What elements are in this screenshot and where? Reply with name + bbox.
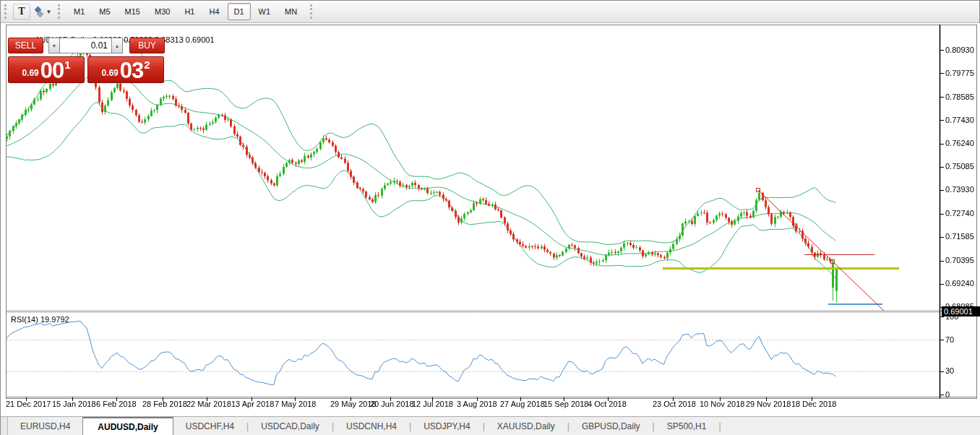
price-axis-label: 0.71585 [945, 232, 974, 241]
timeframe-button-h1[interactable]: H1 [178, 3, 201, 20]
buy-price-prefix: 0.69 [101, 68, 118, 78]
price-axis-label: 0.80930 [945, 46, 974, 54]
sell-price-prefix: 0.69 [22, 68, 38, 78]
time-axis-label: 3 Aug 2018 [457, 400, 497, 408]
sell-price-pip-digit: 1 [64, 59, 70, 71]
chart-tab-usdcnh[interactable]: USDCNH,H4 [334, 417, 409, 435]
toolbar-grip[interactable] [310, 4, 315, 19]
timeframe-button-w1[interactable]: W1 [252, 3, 278, 20]
buy-button[interactable]: BUY [129, 38, 165, 53]
tab-stub[interactable] [1, 417, 8, 435]
sell-button[interactable]: SELL [8, 38, 43, 53]
time-axis-label: 23 Oct 2018 [653, 400, 696, 408]
time-axis-label: 21 Dec 2017 [6, 400, 51, 408]
chart-tab-eurusd[interactable]: EURUSD,H4 [8, 417, 82, 435]
price-axis-label: 0.78585 [945, 92, 974, 101]
sell-price-box[interactable]: 0.69 00 1 [8, 56, 85, 83]
timeframe-button-h4[interactable]: H4 [202, 3, 225, 20]
price-axis-label: 0.72740 [945, 209, 974, 218]
price-axis-label: 0.76240 [945, 139, 974, 147]
chart-tab-sp500[interactable]: SP500,H1 [655, 417, 719, 435]
rsi-axis-label: 0 [945, 390, 950, 399]
chevron-down-icon: ▼ [46, 9, 52, 15]
chart-tab-gbpusd[interactable]: GBPUSD,Daily [569, 417, 653, 435]
timeframe-button-m30[interactable]: M30 [148, 3, 176, 20]
time-axis-label: 10 Nov 2018 [700, 400, 744, 408]
time-axis-label: 6 Feb 2018 [96, 400, 137, 408]
time-axis-label: 27 Aug 2018 [500, 400, 545, 408]
rsi-axis-label: 30 [945, 366, 954, 375]
chart-tab-usdjpy[interactable]: USDJPY,H4 [411, 417, 482, 435]
time-axis-label: 7 May 2018 [275, 400, 316, 408]
time-axis-label: 13 Apr 2018 [231, 400, 274, 408]
timeframe-button-d1[interactable]: D1 [228, 3, 251, 20]
current-price-tag: 0.69001 [942, 306, 980, 316]
timeframe-button-m5[interactable]: M5 [93, 3, 116, 20]
line-studies-button[interactable]: ▼ [30, 3, 56, 20]
top-toolbar: T ▼ M1M5M15M30H1H4D1W1MN [1, 1, 979, 23]
tab-separator: | [718, 421, 721, 431]
sell-price-big-digits: 00 [40, 61, 64, 81]
chart-area: ▲AUDUSD,Daily 0.69982 0.70098 0.68313 0.… [1, 23, 980, 416]
time-axis-label: 18 Dec 2018 [791, 400, 836, 408]
time-axis-label: 15 Sep 2018 [543, 400, 588, 408]
timeframe-button-m15[interactable]: M15 [119, 3, 147, 20]
timeframe-toolbar: M1M5M15M30H1H4D1W1MN [66, 3, 304, 20]
time-axis-label: 15 Jan 2018 [52, 400, 96, 408]
timeframe-button-mn[interactable]: MN [278, 3, 304, 20]
buy-price-pip-digit: 2 [144, 59, 150, 71]
price-axis-label: 0.79775 [945, 69, 974, 77]
toolbar-grip[interactable] [58, 4, 63, 19]
chart-tab-usdchf[interactable]: USDCHF,H4 [173, 417, 246, 435]
lot-decrease-button[interactable]: ▼ [48, 38, 60, 53]
chart-tab-xauusd[interactable]: XAUUSD,Daily [485, 417, 567, 435]
chart-tab-bar: EURUSD,H4AUDUSD,DailyUSDCHF,H4|USDCAD,Da… [1, 416, 980, 435]
price-axis-label: 0.73930 [945, 185, 974, 194]
rsi-axis-label: 70 [945, 335, 954, 344]
terminal-window: T ▼ M1M5M15M30H1H4D1W1MN ▲AUDUSD,Daily 0… [0, 0, 980, 435]
timeframe-button-m1[interactable]: M1 [67, 3, 91, 20]
time-axis-label: 4 Oct 2018 [588, 400, 627, 408]
buy-price-box[interactable]: 0.69 03 2 [87, 56, 164, 83]
buy-price-big-digits: 03 [120, 61, 143, 81]
lot-increase-button[interactable]: ▲ [111, 38, 123, 53]
price-axis-label: 0.75085 [945, 162, 974, 171]
time-axis-label: 22 Mar 2018 [186, 400, 231, 408]
toolbar-grip[interactable] [4, 4, 9, 19]
price-axis-label: 0.69240 [945, 279, 974, 288]
lot-size-input[interactable] [60, 38, 111, 53]
lot-size-control: ▼ ▲ [48, 38, 123, 53]
rsi-indicator-label: RSI(14) 19.9792 [11, 315, 69, 324]
time-axis-label: 29 Nov 2018 [746, 400, 791, 408]
text-tool-button[interactable]: T [13, 4, 30, 20]
time-axis-label: 20 Jun 2018 [370, 400, 414, 408]
one-click-trading-panel: SELL ▼ ▲ BUY 0.69 00 1 0.69 03 2 [8, 38, 168, 83]
price-axis-label: 0.77430 [945, 116, 974, 124]
chart-tab-audusd[interactable]: AUDUSD,Daily [82, 417, 173, 435]
time-axis-label: 28 Feb 2018 [142, 400, 187, 408]
price-axis-label: 0.70395 [945, 256, 974, 264]
chart-tab-usdcad[interactable]: USDCAD,Daily [249, 417, 332, 435]
time-axis-label: 12 Jul 2018 [412, 400, 453, 408]
